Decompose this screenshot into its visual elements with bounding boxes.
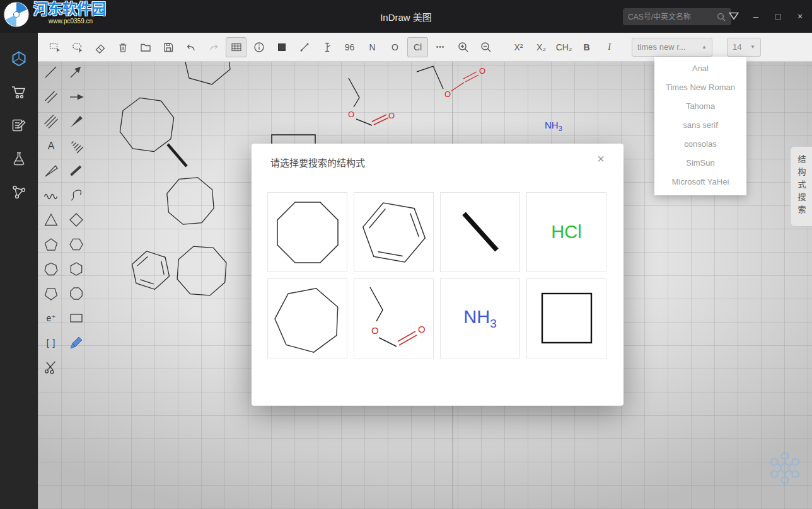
watermark-logo-icon bbox=[3, 1, 30, 28]
diamond-ring-tool[interactable] bbox=[67, 211, 86, 228]
close-button[interactable]: × bbox=[793, 9, 807, 23]
italic-button[interactable]: I bbox=[599, 37, 620, 57]
search-input[interactable] bbox=[628, 13, 716, 21]
font-option-tahoma[interactable]: Tahoma bbox=[654, 97, 746, 116]
font-dropdown-menu: Arial Times New Roman Tahoma sans serif … bbox=[654, 57, 746, 195]
font-family-select[interactable]: times new r... ▲ bbox=[632, 38, 712, 57]
text-tool[interactable]: A bbox=[42, 137, 61, 154]
card-square[interactable] bbox=[526, 278, 606, 358]
open-file-tool[interactable] bbox=[135, 37, 156, 57]
font-option-simsun[interactable]: SimSun bbox=[654, 154, 746, 173]
eraser-tool[interactable] bbox=[90, 37, 110, 57]
curve-arrow-tool[interactable] bbox=[67, 186, 86, 203]
card-single-bond[interactable] bbox=[440, 192, 520, 272]
card-hcl[interactable]: HCl bbox=[526, 192, 606, 272]
bond-arrow-tool[interactable] bbox=[67, 64, 86, 81]
atom-n-button[interactable]: N bbox=[362, 37, 383, 57]
structure-search-tab[interactable]: 结构式搜索 bbox=[790, 146, 812, 227]
tool-palette: A bbox=[42, 64, 86, 375]
atom-96-button[interactable]: 96 bbox=[339, 37, 360, 57]
flask-icon[interactable] bbox=[11, 151, 27, 167]
font-family-value: times new r... bbox=[637, 42, 686, 52]
save-tool[interactable] bbox=[158, 37, 178, 57]
canvas-bold-bond[interactable] bbox=[168, 144, 187, 166]
dialog-title: 请选择要搜索的结构式 bbox=[270, 156, 365, 169]
palette-empty-cell bbox=[67, 358, 86, 375]
double-bond-tool[interactable] bbox=[42, 88, 61, 105]
nh3-label: NH3 bbox=[463, 307, 496, 331]
atom-o-button[interactable]: O bbox=[385, 37, 405, 57]
dialog-close-button[interactable]: × bbox=[593, 151, 608, 166]
subscript-button[interactable]: X₂ bbox=[531, 37, 552, 57]
search-box[interactable] bbox=[623, 8, 731, 25]
undo-tool[interactable] bbox=[180, 37, 201, 57]
hexagon-alt-ring-tool[interactable] bbox=[67, 260, 86, 277]
zoom-in-tool[interactable] bbox=[453, 37, 473, 57]
card-benzene[interactable] bbox=[354, 192, 434, 272]
color-swatch-tool[interactable] bbox=[271, 37, 292, 57]
triple-bond-tool[interactable] bbox=[42, 113, 61, 130]
edit-note-icon[interactable] bbox=[11, 117, 27, 134]
svg-text:O: O bbox=[479, 66, 485, 76]
octagon-ring-tool[interactable] bbox=[67, 285, 86, 302]
card-nh3[interactable]: NH3 bbox=[440, 278, 520, 358]
canvas-partial-ring[interactable] bbox=[183, 62, 230, 84]
atom-cl-button[interactable]: Cl bbox=[407, 37, 428, 57]
zoom-out-tool[interactable] bbox=[475, 37, 496, 57]
info-tool[interactable] bbox=[248, 37, 269, 57]
structure-search-dialog: 请选择要搜索的结构式 × bbox=[252, 144, 624, 406]
hexagon-ring-tool[interactable] bbox=[67, 236, 86, 253]
grid-tool[interactable] bbox=[226, 37, 246, 57]
triangle-ring-tool[interactable] bbox=[42, 211, 61, 228]
font-option-arial[interactable]: Arial bbox=[654, 59, 746, 78]
bond-length-tool[interactable] bbox=[316, 37, 337, 57]
app-window: InDraw 美图 – □ × 河东软件园 www.pc0359.cn bbox=[0, 0, 812, 509]
bold-button[interactable]: B bbox=[576, 37, 597, 57]
lasso-select-tool[interactable] bbox=[67, 37, 88, 57]
svg-text:O: O bbox=[418, 324, 426, 335]
ch2-button[interactable]: CH₂ bbox=[554, 37, 574, 57]
bold-bond-tool[interactable] bbox=[67, 162, 86, 179]
wavy-bond-tool[interactable] bbox=[42, 186, 61, 203]
font-option-sans-serif[interactable]: sans serif bbox=[654, 116, 746, 135]
minimize-button[interactable]: – bbox=[749, 9, 763, 23]
app-logo-icon[interactable] bbox=[11, 50, 27, 67]
redo-tool[interactable] bbox=[203, 37, 224, 57]
canvas-ester-2[interactable]: O O bbox=[417, 66, 485, 99]
pentagon-alt-ring-tool[interactable] bbox=[42, 285, 61, 302]
pen-tool[interactable] bbox=[67, 334, 86, 351]
molecule-share-icon[interactable] bbox=[11, 184, 27, 200]
canvas-benzene[interactable] bbox=[127, 248, 175, 292]
rectangle-tool[interactable] bbox=[67, 309, 86, 326]
wedge-bond-tool[interactable] bbox=[67, 113, 86, 130]
maximize-button[interactable]: □ bbox=[771, 9, 785, 23]
font-option-yahei[interactable]: Microsoft YaHei bbox=[654, 173, 746, 192]
hash-bond-tool[interactable] bbox=[67, 137, 86, 154]
hollow-wedge-tool[interactable] bbox=[42, 162, 61, 179]
font-size-select[interactable]: 14 ▼ bbox=[727, 38, 761, 57]
pentagon-ring-tool[interactable] bbox=[42, 236, 61, 253]
canvas-nh3-label[interactable]: NH3 bbox=[545, 120, 562, 132]
bond-angle-tool[interactable] bbox=[294, 37, 315, 57]
arrow-tool[interactable] bbox=[67, 88, 86, 105]
font-option-times[interactable]: Times New Roman bbox=[654, 78, 746, 97]
window-controls: – □ × bbox=[727, 0, 807, 33]
single-bond-tool[interactable] bbox=[42, 64, 61, 81]
filter-icon[interactable] bbox=[727, 9, 741, 23]
scissors-tool[interactable] bbox=[42, 358, 61, 375]
card-ester[interactable]: O O bbox=[354, 278, 434, 358]
charge-tool[interactable]: e⁺ bbox=[42, 309, 61, 326]
delete-tool[interactable] bbox=[112, 37, 133, 57]
heptagon-ring-tool[interactable] bbox=[42, 260, 61, 277]
font-option-consolas[interactable]: consolas bbox=[654, 135, 746, 154]
card-octagon[interactable] bbox=[267, 192, 347, 272]
bracket-tool[interactable]: [ ] bbox=[42, 334, 61, 351]
canvas-ester-1[interactable]: O O bbox=[348, 78, 395, 125]
store-cart-icon[interactable] bbox=[11, 84, 27, 100]
rect-select-tool[interactable] bbox=[44, 37, 65, 57]
canvas-octagon-2[interactable] bbox=[166, 176, 215, 226]
card-heptagon[interactable] bbox=[267, 278, 347, 358]
superscript-button[interactable]: X² bbox=[508, 37, 529, 57]
more-atoms-button[interactable]: ••• bbox=[430, 37, 451, 57]
canvas-octagon-3[interactable] bbox=[177, 246, 228, 297]
